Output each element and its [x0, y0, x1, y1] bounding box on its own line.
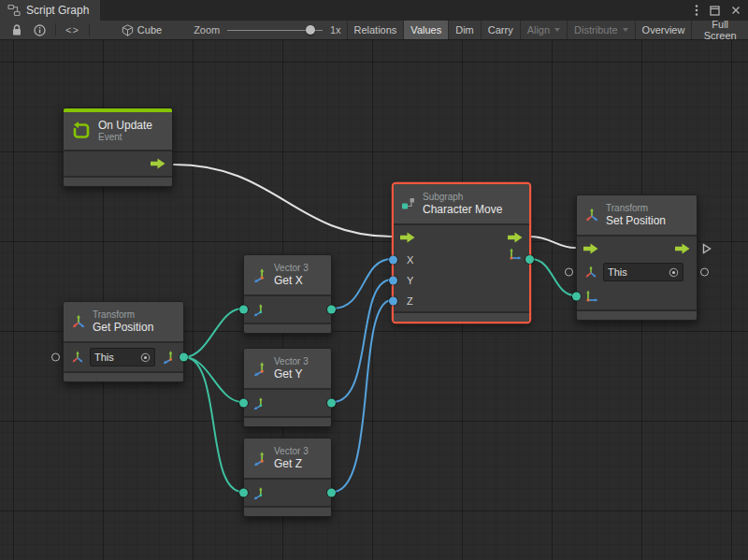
this-object-field[interactable]: This [603, 263, 683, 281]
node-kind-label: Event [98, 132, 152, 143]
node-footer [64, 176, 172, 186]
toolbar-separator [89, 23, 90, 36]
toolbar-button-overview[interactable]: Overview [635, 21, 692, 39]
node-kind-label: Vector 3 [274, 356, 309, 367]
zoom-slider-knob[interactable] [306, 25, 315, 35]
port-position-out[interactable] [180, 353, 188, 362]
vector3-icon [252, 486, 266, 500]
node-set-position[interactable]: Transform Set Position [576, 194, 698, 321]
vector3-icon [252, 267, 267, 283]
node-kind-label: Vector 3 [274, 263, 309, 274]
zoom-slider[interactable] [227, 21, 323, 40]
flow-output-port[interactable] [675, 243, 690, 254]
node-kind-label: Transform [606, 203, 666, 214]
node-on-update[interactable]: On Update Event [63, 108, 173, 187]
menu-icon[interactable] [695, 4, 698, 17]
node-footer [244, 506, 331, 516]
port-vector-in[interactable] [239, 489, 248, 497]
toolbar-button-distribute[interactable]: Distribute [567, 21, 634, 39]
wire-value-get-position-to-get-z[interactable] [184, 357, 242, 492]
wire-value-get-position-to-get-y[interactable] [184, 357, 242, 402]
close-icon[interactable] [731, 6, 741, 15]
node-get-y[interactable]: Vector 3 Get Y [243, 348, 332, 427]
script-graph-window: Script Graph <> Cube [0, 0, 748, 560]
toolbar-button-dim[interactable]: Dim [448, 21, 481, 39]
port-this-in[interactable] [51, 353, 60, 362]
transform-icon [71, 314, 86, 329]
object-picker-icon[interactable] [140, 352, 151, 363]
wire-flow-character-move-to-set-position[interactable] [530, 237, 575, 248]
port-x-out[interactable] [327, 306, 336, 314]
port-y-out[interactable] [327, 399, 336, 408]
port-y-in[interactable] [389, 277, 397, 285]
move-vector-icon [508, 247, 523, 262]
port-position-in[interactable] [572, 293, 581, 301]
this-object-field[interactable]: This [90, 348, 155, 366]
wire-value-character-move-to-set-position-position[interactable] [531, 259, 575, 295]
flow-output-port[interactable] [508, 232, 523, 243]
maximize-icon[interactable] [710, 6, 720, 16]
node-kind-label: Transform [93, 309, 153, 321]
info-icon[interactable] [28, 21, 51, 39]
toolbar-button-carry[interactable]: Carry [481, 21, 520, 39]
port-x-in[interactable] [389, 256, 397, 265]
wire-flow-on-update-to-character-move[interactable] [174, 165, 392, 237]
node-footer [244, 416, 331, 426]
toolbar-button-values[interactable]: Values [403, 21, 448, 39]
port-vector-in[interactable] [239, 306, 248, 314]
on-update-event-icon [71, 121, 92, 141]
vector3-icon [252, 451, 267, 467]
object-picker-icon[interactable] [669, 267, 679, 278]
script-graph-icon [7, 4, 21, 17]
toolbar-button-align[interactable]: Align [520, 21, 567, 39]
node-get-z-header: Vector 3 Get Z [244, 438, 331, 478]
node-character-move[interactable]: Subgraph Character Move X [393, 183, 530, 323]
zoom-label: Zoom [194, 24, 220, 36]
port-vector-in[interactable] [239, 399, 248, 408]
wire-value-get-position-to-get-x[interactable] [184, 309, 242, 357]
graph-canvas[interactable]: On Update Event Transform [0, 40, 748, 560]
toolbar-button-full-screen[interactable]: Full Screen [691, 21, 748, 39]
node-footer [244, 323, 331, 333]
port-this-in[interactable] [565, 268, 573, 277]
node-get-x[interactable]: Vector 3 Get X [243, 254, 332, 334]
flow-output-port[interactable] [151, 158, 165, 169]
toolbar-separator [55, 23, 56, 36]
port-value-out[interactable] [700, 268, 709, 277]
node-get-position[interactable]: Transform Get Position This [63, 301, 184, 382]
wire-value-get-y-to-character-move-y[interactable] [333, 280, 392, 402]
toolbar-button-relations[interactable]: Relations [347, 21, 404, 39]
transform-icon [584, 266, 597, 279]
code-icon[interactable]: <> [60, 21, 85, 39]
target-object-label: Cube [137, 24, 162, 36]
port-vector-out[interactable] [525, 255, 534, 264]
transform-icon [584, 208, 599, 223]
node-title: On Update [98, 119, 152, 132]
toolbar-buttons: Relations Values Dim Carry Align Distrib… [347, 21, 748, 39]
target-object-selector[interactable]: Cube [114, 21, 169, 39]
window-controls [695, 0, 748, 21]
subgraph-icon [401, 196, 416, 211]
wire-value-get-z-to-character-move-z[interactable] [333, 300, 392, 492]
port-z-out[interactable] [327, 489, 336, 497]
node-title: Character Move [423, 203, 502, 216]
vector3-icon [252, 396, 266, 410]
flow-input-port[interactable] [400, 232, 415, 243]
input-label-z: Z [407, 295, 413, 307]
port-z-in[interactable] [389, 297, 397, 306]
node-get-x-header: Vector 3 Get X [244, 255, 331, 294]
lock-icon[interactable] [6, 21, 28, 39]
move-vector-icon [584, 289, 599, 304]
port-flow-out-unconnected[interactable] [702, 243, 712, 254]
tab-title: Script Graph [26, 4, 89, 17]
window-tab-bar: Script Graph [0, 0, 748, 22]
flow-input-port[interactable] [583, 243, 598, 254]
node-get-y-header: Vector 3 Get Y [244, 349, 331, 388]
node-get-position-header: Transform Get Position [64, 302, 183, 341]
node-character-move-header: Subgraph Character Move [394, 184, 529, 223]
tab-script-graph[interactable]: Script Graph [0, 0, 100, 21]
node-kind-label: Vector 3 [274, 446, 309, 457]
node-get-z[interactable]: Vector 3 Get Z [243, 438, 332, 517]
node-title: Get X [274, 274, 309, 287]
node-footer [394, 311, 529, 322]
